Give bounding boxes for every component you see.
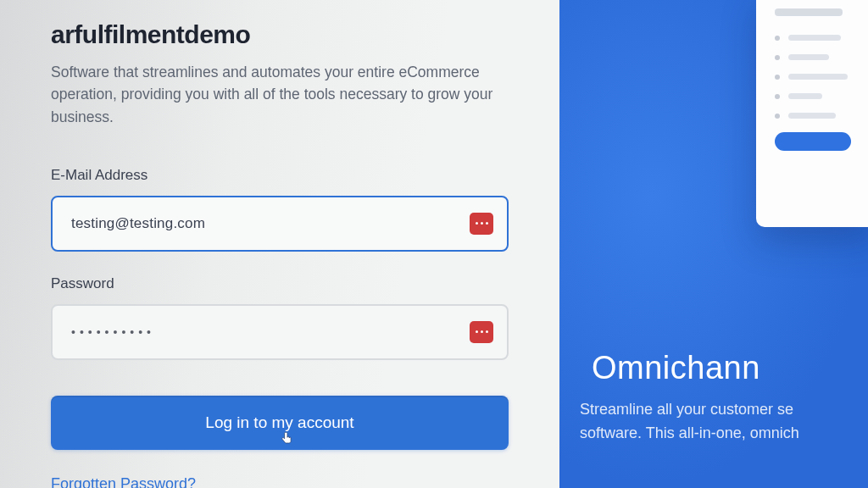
forgot-password-link[interactable]: Forgotten Password? [51,475,196,488]
email-input[interactable] [51,196,509,252]
cursor-pointer-icon [280,429,295,447]
app-title: arfulfilmentdemo [51,20,509,49]
login-panel: arfulfilmentdemo Software that streamlin… [0,0,559,488]
email-label: E-Mail Address [51,167,509,184]
password-label: Password [51,275,509,292]
email-input-wrap [51,196,509,252]
password-input[interactable] [51,304,509,360]
app-subtitle: Software that streamlines and automates … [51,61,500,128]
promo-text: Streamline all your customer se software… [580,398,799,446]
password-manager-icon[interactable] [470,213,493,235]
email-field-group: E-Mail Address [51,167,509,252]
password-field-group: Password [51,275,509,360]
login-button-label: Log in to my account [205,413,353,431]
password-manager-icon[interactable] [470,321,493,343]
promo-illustration-card [756,0,868,227]
promo-panel: Omnichann Streamline all your customer s… [559,0,868,488]
promo-title: Omnichann [592,350,760,386]
login-button[interactable]: Log in to my account [51,396,509,450]
password-input-wrap [51,304,509,360]
